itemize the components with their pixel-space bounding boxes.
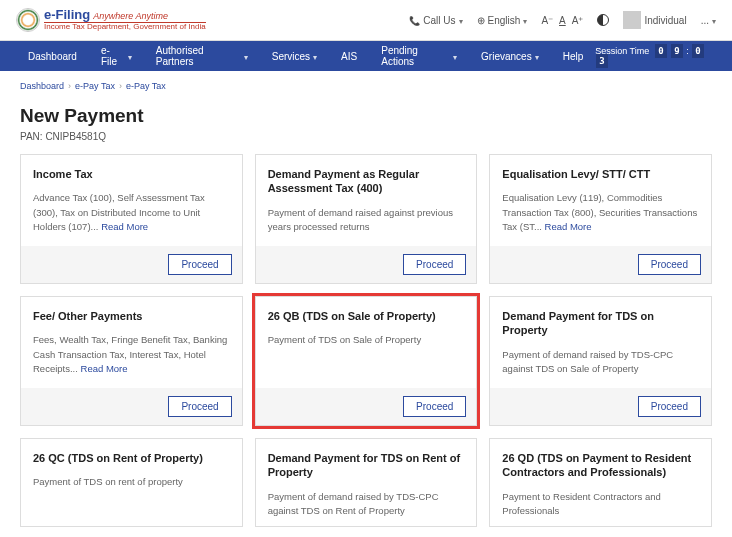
- payment-card: 26 QB (TDS on Sale of Property)Payment o…: [255, 296, 478, 426]
- nav-item-services[interactable]: Services: [260, 41, 329, 71]
- proceed-button[interactable]: Proceed: [403, 254, 466, 275]
- user-block: Individual: [623, 11, 686, 29]
- brand-subtitle: Income Tax Department, Government of Ind…: [44, 22, 206, 32]
- card-description: Equalisation Levy (119), Commodities Tra…: [502, 191, 699, 234]
- chevron-down-icon: [712, 15, 716, 26]
- payment-card: Demand Payment for TDS on Rent of Proper…: [255, 438, 478, 527]
- pan-value: CNIPB4581Q: [45, 131, 106, 142]
- chevron-right-icon: ›: [68, 81, 71, 91]
- call-us-label: Call Us: [423, 15, 455, 26]
- main-nav: Dashboarde-FileAuthorised PartnersServic…: [0, 41, 732, 71]
- proceed-button[interactable]: Proceed: [403, 396, 466, 417]
- breadcrumb: Dashboard›e-Pay Tax›e-Pay Tax: [0, 71, 732, 101]
- page-title: New Payment: [20, 105, 712, 127]
- card-title: Demand Payment for TDS on Rent of Proper…: [268, 451, 465, 480]
- chevron-down-icon: [459, 15, 463, 26]
- proceed-button[interactable]: Proceed: [168, 396, 231, 417]
- card-description: Fees, Wealth Tax, Fringe Benefit Tax, Ba…: [33, 333, 230, 376]
- nav-item-grievances[interactable]: Grievances: [469, 41, 551, 71]
- card-footer: Proceed: [256, 388, 477, 425]
- payment-card: Income TaxAdvance Tax (100), Self Assess…: [20, 154, 243, 284]
- card-description: Payment of demand raised by TDS-CPC agai…: [502, 348, 699, 377]
- payment-card: Fee/ Other PaymentsFees, Wealth Tax, Fri…: [20, 296, 243, 426]
- card-footer: Proceed: [21, 246, 242, 283]
- phone-icon: [409, 15, 420, 26]
- breadcrumb-link[interactable]: Dashboard: [20, 81, 64, 91]
- nav-item-pending-actions[interactable]: Pending Actions: [369, 41, 469, 71]
- card-body: 26 QC (TDS on Rent of Property)Payment o…: [21, 439, 242, 526]
- contrast-toggle-icon[interactable]: [597, 14, 609, 26]
- payment-card: 26 QC (TDS on Rent of Property)Payment o…: [20, 438, 243, 527]
- proceed-button[interactable]: Proceed: [168, 254, 231, 275]
- card-title: Fee/ Other Payments: [33, 309, 230, 323]
- card-footer: Proceed: [21, 388, 242, 425]
- nav-item-help[interactable]: Help: [551, 41, 596, 71]
- ellipsis-label: ...: [701, 15, 709, 26]
- user-menu-dropdown[interactable]: ...: [701, 15, 716, 26]
- breadcrumb-link[interactable]: e-Pay Tax: [75, 81, 115, 91]
- card-body: 26 QB (TDS on Sale of Property)Payment o…: [256, 297, 477, 388]
- brand-tagline: Anywhere Anytime: [93, 11, 168, 21]
- user-type-label: Individual: [644, 15, 686, 26]
- session-timer: Session Time 0 9 : 0 3: [595, 46, 716, 66]
- payment-card: Demand Payment as Regular Assessment Tax…: [255, 154, 478, 284]
- card-footer: Proceed: [490, 388, 711, 425]
- chevron-down-icon: [453, 51, 457, 62]
- read-more-link[interactable]: Read More: [545, 221, 592, 232]
- card-title: 26 QD (TDS on Payment to Resident Contra…: [502, 451, 699, 480]
- card-body: Demand Payment as Regular Assessment Tax…: [256, 155, 477, 246]
- card-description: Payment of demand raised by TDS-CPC agai…: [268, 490, 465, 519]
- chevron-right-icon: ›: [119, 81, 122, 91]
- card-description: Payment of TDS on Sale of Property: [268, 333, 465, 347]
- card-body: 26 QD (TDS on Payment to Resident Contra…: [490, 439, 711, 526]
- chevron-down-icon: [244, 51, 248, 62]
- card-title: 26 QC (TDS on Rent of Property): [33, 451, 230, 465]
- pan-line: PAN: CNIPB4581Q: [20, 131, 712, 142]
- logo-block[interactable]: e-Filing Anywhere Anytime Income Tax Dep…: [16, 8, 206, 32]
- card-description: Advance Tax (100), Self Assessment Tax (…: [33, 191, 230, 234]
- chevron-down-icon: [523, 15, 527, 26]
- font-size-controls: A⁻ A A⁺: [541, 15, 583, 26]
- card-body: Fee/ Other PaymentsFees, Wealth Tax, Fri…: [21, 297, 242, 388]
- payment-card: Demand Payment for TDS on PropertyPaymen…: [489, 296, 712, 426]
- nav-item-ais[interactable]: AIS: [329, 41, 369, 71]
- font-decrease-button[interactable]: A⁻: [541, 15, 553, 26]
- card-description: Payment of TDS on rent of property: [33, 475, 230, 489]
- card-footer: Proceed: [490, 246, 711, 283]
- language-label: English: [488, 15, 521, 26]
- payment-card: 26 QD (TDS on Payment to Resident Contra…: [489, 438, 712, 527]
- top-header: e-Filing Anywhere Anytime Income Tax Dep…: [0, 0, 732, 41]
- avatar-icon: [623, 11, 641, 29]
- globe-icon: [477, 15, 485, 26]
- card-title: 26 QB (TDS on Sale of Property): [268, 309, 465, 323]
- read-more-link[interactable]: Read More: [81, 363, 128, 374]
- card-description: Payment of demand raised against previou…: [268, 206, 465, 235]
- payment-card-grid: Income TaxAdvance Tax (100), Self Assess…: [0, 154, 732, 537]
- nav-item-e-file[interactable]: e-File: [89, 41, 144, 71]
- payment-card: Equalisation Levy/ STT/ CTTEqualisation …: [489, 154, 712, 284]
- card-description: Payment to Resident Contractors and Prof…: [502, 490, 699, 519]
- language-dropdown[interactable]: English: [477, 15, 528, 26]
- font-increase-button[interactable]: A⁺: [572, 15, 584, 26]
- proceed-button[interactable]: Proceed: [638, 396, 701, 417]
- card-body: Demand Payment for TDS on PropertyPaymen…: [490, 297, 711, 388]
- card-title: Demand Payment as Regular Assessment Tax…: [268, 167, 465, 196]
- call-us-dropdown[interactable]: Call Us: [409, 15, 462, 26]
- proceed-button[interactable]: Proceed: [638, 254, 701, 275]
- header-right: Call Us English A⁻ A A⁺ Individual ...: [409, 11, 716, 29]
- emblem-icon: [16, 8, 40, 32]
- brand-name: e-Filing: [44, 7, 90, 22]
- card-footer: Proceed: [256, 246, 477, 283]
- breadcrumb-link[interactable]: e-Pay Tax: [126, 81, 166, 91]
- card-body: Equalisation Levy/ STT/ CTTEqualisation …: [490, 155, 711, 246]
- logo-text: e-Filing Anywhere Anytime Income Tax Dep…: [44, 8, 206, 32]
- read-more-link[interactable]: Read More: [101, 221, 148, 232]
- card-body: Income TaxAdvance Tax (100), Self Assess…: [21, 155, 242, 246]
- chevron-down-icon: [128, 51, 132, 62]
- nav-item-dashboard[interactable]: Dashboard: [16, 41, 89, 71]
- card-body: Demand Payment for TDS on Rent of Proper…: [256, 439, 477, 526]
- nav-item-authorised-partners[interactable]: Authorised Partners: [144, 41, 260, 71]
- font-normal-button[interactable]: A: [559, 15, 566, 26]
- card-title: Income Tax: [33, 167, 230, 181]
- card-title: Equalisation Levy/ STT/ CTT: [502, 167, 699, 181]
